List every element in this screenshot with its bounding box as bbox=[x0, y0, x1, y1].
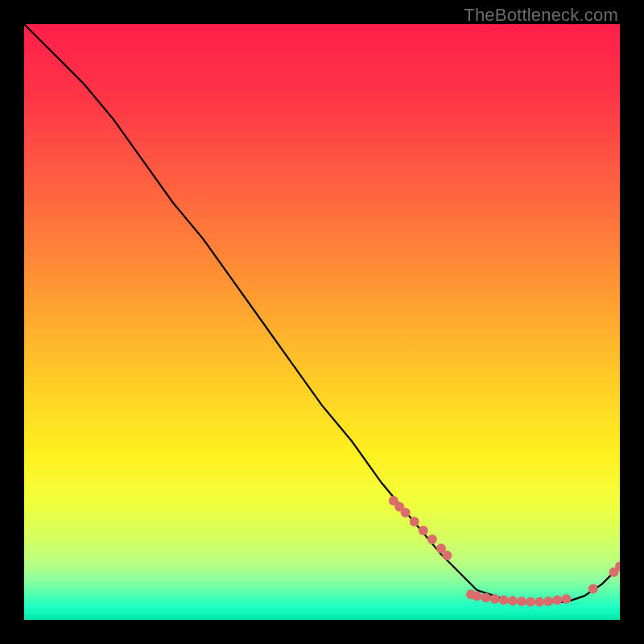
data-point bbox=[499, 596, 509, 605]
bottleneck-curve bbox=[24, 24, 620, 602]
data-point bbox=[588, 584, 598, 594]
data-point bbox=[442, 551, 452, 560]
data-point bbox=[561, 594, 571, 604]
data-point bbox=[552, 596, 562, 605]
data-point bbox=[427, 535, 437, 544]
data-point bbox=[535, 597, 544, 607]
plot-area bbox=[24, 24, 620, 620]
data-point bbox=[490, 594, 500, 604]
data-point bbox=[472, 591, 481, 601]
chart-frame: TheBottleneck.com bbox=[0, 0, 644, 644]
data-point bbox=[401, 508, 411, 518]
bottleneck-curve-layer bbox=[24, 24, 620, 620]
data-point bbox=[517, 597, 526, 606]
data-point bbox=[481, 593, 491, 603]
data-point bbox=[508, 596, 518, 605]
data-point bbox=[410, 517, 419, 526]
curve-data-points bbox=[389, 496, 620, 607]
data-point bbox=[526, 597, 535, 607]
data-point bbox=[419, 526, 428, 535]
data-point bbox=[543, 597, 553, 606]
watermark-text: TheBottleneck.com bbox=[464, 5, 618, 26]
